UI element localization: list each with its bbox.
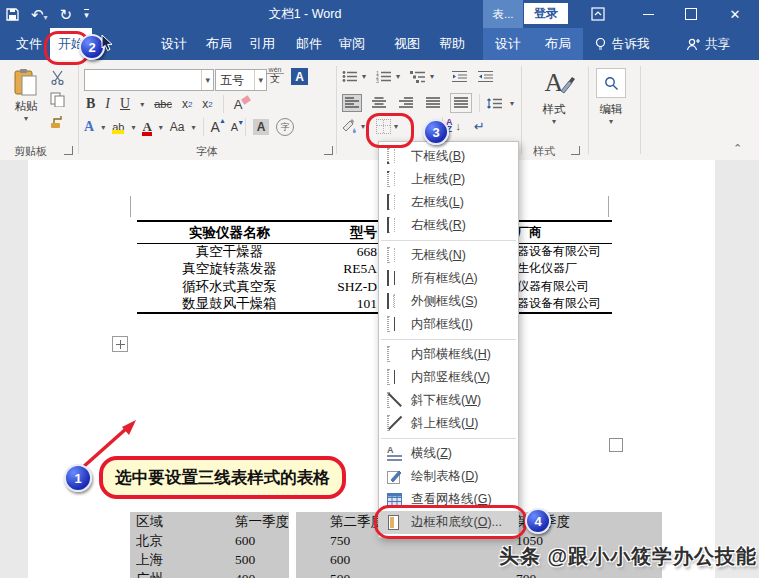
enclose-characters-button[interactable]: 字 — [276, 118, 294, 136]
menu-item-right[interactable]: 右框线(R) — [379, 214, 518, 237]
copy-icon[interactable] — [50, 92, 65, 107]
tab-main-3[interactable]: 引用 — [241, 28, 283, 60]
chevron-down-icon[interactable]: ▾ — [192, 123, 196, 132]
tab-contextual-1[interactable]: 布局 — [533, 28, 583, 60]
menu-item-inside[interactable]: 内部框线(I) — [379, 313, 518, 336]
three-line-table[interactable]: 实验仪器名称真空干燥器真空旋转蒸发器循环水式真空泵数显鼓风干燥箱 型号668RE… — [137, 220, 612, 314]
numbering-button[interactable]: 123 — [376, 70, 392, 83]
menu-item-insideH[interactable]: 内部横框线(H) — [379, 343, 518, 366]
cut-icon[interactable] — [50, 70, 65, 85]
line-spacing-button[interactable] — [487, 97, 503, 110]
tab-main-5[interactable]: 审阅 — [331, 28, 373, 60]
chevron-down-icon[interactable]: ▾ — [430, 72, 434, 81]
chevron-down-icon[interactable]: ▾ — [101, 123, 105, 132]
highlight-color-button[interactable]: ab — [112, 121, 124, 133]
menu-item-diagDown[interactable]: 斜下框线(W) — [379, 389, 518, 412]
align-left-button[interactable] — [342, 94, 362, 112]
styles-dialog-launcher[interactable] — [571, 146, 580, 155]
grow-font-button[interactable]: A▲ — [211, 119, 220, 135]
menu-item-none[interactable]: 无框线(N) — [379, 244, 518, 267]
distribute-button[interactable] — [450, 93, 472, 113]
change-case-button[interactable]: Aa — [170, 120, 185, 134]
clear-formatting-button[interactable]: A — [234, 97, 243, 112]
menu-item-outside[interactable]: 外侧框线(S) — [379, 290, 518, 313]
menu-item-bottom[interactable]: 下框线(B) — [379, 145, 518, 168]
justify-button[interactable] — [423, 94, 443, 112]
show-hide-marks-button[interactable]: ↵ — [474, 119, 485, 134]
superscript-button[interactable]: x2 — [202, 97, 212, 111]
ribbon-display-options-icon[interactable] — [583, 0, 613, 28]
bullets-button[interactable] — [342, 70, 358, 83]
customize-qat-icon[interactable]: ▾ — [84, 9, 89, 20]
tab-main-6[interactable]: 视图 — [386, 28, 428, 60]
font-name-combo[interactable]: ▾ — [84, 69, 214, 91]
tell-me-button[interactable]: 告诉我 — [594, 28, 650, 60]
bold-button[interactable]: B — [86, 96, 95, 112]
font-dialog-launcher[interactable] — [324, 146, 333, 155]
underline-dropdown-icon[interactable]: ▾ — [140, 100, 144, 109]
menu-item-label: 所有框线(A) — [411, 270, 478, 287]
text-effects-button[interactable]: A — [84, 119, 94, 135]
minimize-button[interactable] — [633, 0, 663, 28]
align-center-button[interactable] — [369, 94, 389, 112]
shading-button[interactable] — [340, 118, 358, 134]
chevron-down-icon[interactable]: ▾ — [362, 72, 366, 81]
tab-main-4[interactable]: 邮件 — [288, 28, 330, 60]
table2-cell: 600 — [330, 550, 384, 569]
share-button[interactable]: 共享 — [686, 28, 730, 60]
format-painter-icon[interactable] — [50, 114, 65, 129]
tab-main-7[interactable]: 帮助 — [431, 28, 473, 60]
menu-item-all[interactable]: 所有框线(A) — [379, 267, 518, 290]
menu-item-drawTable[interactable]: 绘制表格(D) — [379, 465, 518, 488]
styles-button[interactable]: A 样式 ▾ — [528, 68, 580, 126]
menu-item-left[interactable]: 左框线(L) — [379, 191, 518, 214]
table-move-handle[interactable] — [112, 336, 128, 352]
underline-button[interactable]: U — [120, 96, 130, 112]
italic-button[interactable]: I — [105, 96, 110, 112]
align-right-button[interactable] — [396, 94, 416, 112]
chevron-down-icon[interactable]: ▾ — [396, 72, 400, 81]
table-resize-handle[interactable] — [609, 438, 623, 452]
clipboard-dialog-launcher[interactable] — [64, 146, 73, 155]
chevron-down-icon[interactable]: ▾ — [131, 123, 135, 132]
paste-label: 粘贴 — [8, 99, 44, 114]
redo-icon[interactable]: ↻ — [60, 7, 73, 22]
tab-main-2[interactable]: 布局 — [198, 28, 240, 60]
decrease-indent-button[interactable] — [452, 70, 468, 83]
phonetic-guide-button[interactable]: wén 文 — [266, 66, 284, 84]
maximize-button[interactable] — [676, 0, 706, 28]
menu-item-top[interactable]: 上框线(P) — [379, 168, 518, 191]
chevron-down-icon[interactable]: ▾ — [159, 123, 163, 132]
shrink-font-button[interactable]: A▼ — [231, 121, 238, 133]
character-border-button[interactable]: A — [291, 68, 308, 85]
paste-button[interactable]: 粘贴 ▾ — [8, 68, 44, 123]
table1-cell: SHZ-D — [322, 278, 377, 295]
table2-cell: 北京 — [136, 531, 163, 550]
font-size-combo[interactable]: 五号▾ — [215, 69, 267, 91]
close-button[interactable]: ✕ — [720, 0, 750, 28]
character-shading-button[interactable]: A — [253, 119, 269, 135]
tab-main-1[interactable]: 设计 — [153, 28, 195, 60]
chevron-down-icon[interactable]: ▾ — [510, 99, 514, 108]
collapse-ribbon-icon[interactable]: ⌃ — [733, 142, 742, 155]
editing-button[interactable]: 编辑 ▾ — [594, 68, 628, 126]
font-row2: B I U ▾ abc x2 x2 A — [86, 94, 242, 114]
sign-in-button[interactable]: 登录 — [524, 3, 568, 24]
multilevel-list-button[interactable] — [410, 70, 426, 83]
bottom-icon — [387, 149, 402, 164]
menu-item-hline[interactable]: A横线(Z) — [379, 442, 518, 465]
undo-icon[interactable]: ↶▾ — [31, 7, 48, 22]
svg-text:3: 3 — [376, 78, 379, 83]
strikethrough-button[interactable]: abc — [154, 98, 172, 110]
subscript-button[interactable]: x2 — [182, 97, 192, 111]
chevron-down-icon[interactable]: ▾ — [201, 70, 213, 90]
menu-item-diagUp[interactable]: 斜上框线(U) — [379, 412, 518, 435]
tab-contextual-0[interactable]: 设计 — [483, 28, 533, 60]
step-4-badge: 4 — [525, 508, 551, 534]
increase-indent-button[interactable] — [478, 70, 494, 83]
chevron-down-icon[interactable]: ▾ — [254, 70, 266, 90]
font-color-button[interactable]: A — [142, 119, 151, 135]
save-icon[interactable] — [6, 8, 19, 21]
menu-item-insideV[interactable]: 内部竖框线(V) — [379, 366, 518, 389]
chevron-down-icon[interactable]: ▾ — [361, 122, 365, 131]
